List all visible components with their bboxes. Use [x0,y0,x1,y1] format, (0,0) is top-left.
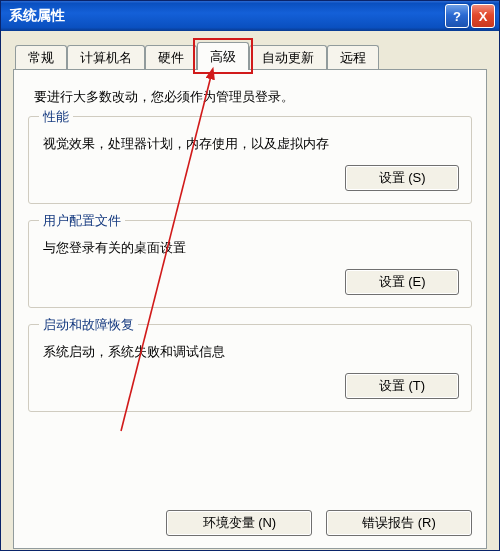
group-startup: 启动和故障恢复 系统启动，系统失败和调试信息 设置 (T) [28,324,472,412]
tab-strip: 常规 计算机名 硬件 高级 自动更新 远程 [15,41,487,69]
group-startup-legend: 启动和故障恢复 [39,316,138,334]
group-profiles: 用户配置文件 与您登录有关的桌面设置 设置 (E) [28,220,472,308]
group-profiles-desc: 与您登录有关的桌面设置 [43,239,457,257]
performance-settings-button[interactable]: 设置 (S) [345,165,459,191]
client-area: 常规 计算机名 硬件 高级 自动更新 远程 要进行大多数改动，您必须作为管理员登… [1,31,499,550]
group-startup-desc: 系统启动，系统失败和调试信息 [43,343,457,361]
titlebar[interactable]: 系统属性 ? X [1,1,499,31]
tab-remote[interactable]: 远程 [327,45,379,70]
tab-general[interactable]: 常规 [15,45,67,70]
group-performance-desc: 视觉效果，处理器计划，内存使用，以及虚拟内存 [43,135,457,153]
group-profiles-legend: 用户配置文件 [39,212,125,230]
help-button[interactable]: ? [445,4,469,28]
group-performance-legend: 性能 [39,108,73,126]
bottom-button-row: 环境变量 (N) 错误报告 (R) [28,510,472,536]
startup-settings-button[interactable]: 设置 (T) [345,373,459,399]
window-title: 系统属性 [9,7,443,25]
tab-hardware[interactable]: 硬件 [145,45,197,70]
help-icon: ? [453,9,461,24]
close-icon: X [479,9,488,24]
tab-advanced[interactable]: 高级 [197,42,249,70]
profiles-settings-button[interactable]: 设置 (E) [345,269,459,295]
intro-text: 要进行大多数改动，您必须作为管理员登录。 [34,88,470,106]
close-button[interactable]: X [471,4,495,28]
env-vars-button[interactable]: 环境变量 (N) [166,510,312,536]
tab-computer-name[interactable]: 计算机名 [67,45,145,70]
tab-body-advanced: 要进行大多数改动，您必须作为管理员登录。 性能 视觉效果，处理器计划，内存使用，… [13,69,487,549]
tab-auto-update[interactable]: 自动更新 [249,45,327,70]
group-performance: 性能 视觉效果，处理器计划，内存使用，以及虚拟内存 设置 (S) [28,116,472,204]
system-properties-window: 系统属性 ? X 常规 计算机名 硬件 高级 自动更新 远程 要进行大多数改动，… [0,0,500,551]
error-report-button[interactable]: 错误报告 (R) [326,510,472,536]
